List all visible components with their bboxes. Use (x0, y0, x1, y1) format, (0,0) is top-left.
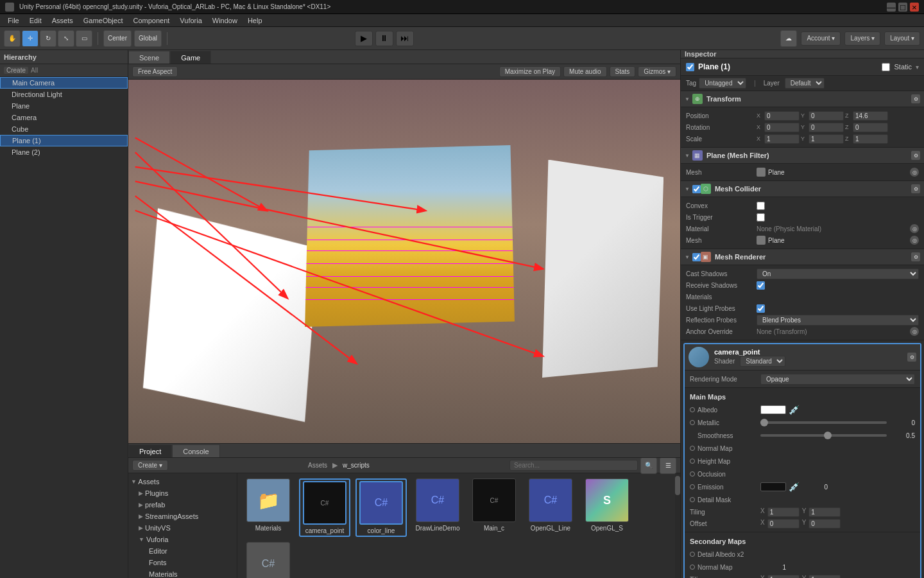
gizmos-button[interactable]: Gizmos ▾ (638, 66, 676, 77)
tiling-y[interactable] (809, 507, 841, 517)
layers-button[interactable]: Layers ▾ (844, 31, 880, 46)
step-button[interactable]: ⏭ (396, 31, 414, 46)
hierarchy-item-directional-light[interactable]: Directional Light (0, 89, 128, 100)
menu-window[interactable]: Window (207, 15, 243, 26)
albedo-swatch[interactable] (760, 405, 786, 414)
hierarchy-item-cube[interactable]: Cube (0, 123, 128, 135)
asset-main-c[interactable]: C# Main_c (468, 478, 520, 537)
rotate-tool[interactable]: ↻ (40, 30, 56, 47)
create-button[interactable]: Create (4, 67, 28, 74)
metallic-slider[interactable] (760, 421, 887, 424)
mf-settings[interactable]: ⚙ (911, 151, 920, 160)
folder-prefab[interactable]: ▶ prefab (128, 499, 237, 511)
mesh-picker[interactable]: ◎ (910, 168, 919, 177)
asset-color-line[interactable]: C# color_line (355, 478, 407, 537)
mc-mesh-picker[interactable]: ◎ (910, 236, 919, 245)
smoothness-thumb[interactable] (824, 432, 832, 439)
emission-swatch[interactable] (760, 482, 786, 491)
mute-audio[interactable]: Mute audio (563, 66, 606, 77)
game-tab[interactable]: Game (170, 51, 211, 64)
asset-opengl-line[interactable]: C# OpenGL_Line (525, 478, 576, 537)
folder-materials[interactable]: Materials (128, 568, 237, 578)
folder-vuforia[interactable]: ▼ Vuforia (128, 534, 237, 545)
mr-settings[interactable]: ⚙ (911, 252, 920, 261)
mesh-renderer-header[interactable]: ▼ ▣ Mesh Renderer ⚙ (681, 249, 924, 265)
cast-shadows-dropdown[interactable]: On (757, 268, 919, 279)
aspect-dropdown[interactable]: Free Aspect (132, 66, 178, 77)
is-trigger-checkbox[interactable] (757, 213, 765, 222)
tiling-x[interactable] (767, 507, 800, 517)
minimize-button[interactable]: — (887, 3, 896, 12)
stats-button[interactable]: Stats (610, 66, 636, 77)
hierarchy-item-main-camera[interactable]: Main Camera (0, 77, 128, 89)
sec-tiling-x[interactable] (767, 575, 800, 579)
mc-active[interactable] (692, 185, 701, 193)
tag-dropdown[interactable]: Untagged (699, 78, 746, 89)
play-button[interactable]: ▶ (355, 31, 373, 46)
pos-y-input[interactable] (809, 111, 844, 121)
assets-scrollbar[interactable] (675, 473, 680, 578)
close-button[interactable]: × (910, 3, 919, 12)
search-button[interactable]: 🔍 (640, 458, 657, 474)
scene-tab[interactable]: Scene (128, 51, 170, 64)
light-probes-checkbox[interactable] (757, 304, 765, 313)
layer-dropdown[interactable]: Default (785, 78, 825, 89)
project-create-button[interactable]: Create ▾ (132, 460, 168, 471)
rot-x-input[interactable] (764, 123, 800, 132)
reflection-probes-dropdown[interactable]: Blend Probes (757, 315, 919, 326)
folder-fonts[interactable]: Fonts (128, 557, 237, 568)
hand-tool[interactable]: ✋ (4, 30, 21, 47)
emission-eyedropper[interactable]: 💉 (789, 482, 800, 492)
hierarchy-item-plane[interactable]: Plane (0, 100, 128, 112)
offset-x[interactable] (767, 519, 800, 529)
project-search[interactable] (509, 460, 638, 471)
hierarchy-item-plane2[interactable]: Plane (2) (0, 146, 128, 158)
smoothness-slider[interactable] (760, 434, 887, 437)
cloud-button[interactable]: ☁ (780, 30, 797, 47)
scale-tool[interactable]: ⤡ (58, 30, 74, 47)
mesh-filter-header[interactable]: ▼ ▦ Plane (Mesh Filter) ⚙ (681, 148, 924, 164)
scale-y-input[interactable] (809, 134, 844, 144)
material-picker[interactable]: ◎ (910, 224, 919, 233)
menu-edit[interactable]: Edit (24, 15, 47, 26)
offset-y[interactable] (809, 519, 841, 529)
metallic-thumb[interactable] (760, 419, 768, 426)
folder-assets[interactable]: ▼ Assets (128, 476, 237, 487)
scrollbar-thumb[interactable] (675, 476, 680, 495)
folder-unityvs[interactable]: ▶ UnityVS (128, 522, 237, 534)
menu-gameobject[interactable]: GameObject (78, 15, 128, 26)
maximize-on-play[interactable]: Maximize on Play (499, 66, 561, 77)
console-tab[interactable]: Console (172, 444, 219, 457)
mesh-collider-header[interactable]: ▼ ⬡ Mesh Collider ⚙ (681, 181, 924, 197)
static-checkbox[interactable] (882, 63, 890, 71)
asset-opengl-s[interactable]: S OpenGL_S (581, 478, 633, 537)
asset-draw-line[interactable]: C# DrawLineDemo (412, 478, 463, 537)
hierarchy-item-plane1[interactable]: Plane (1) (0, 135, 128, 146)
hierarchy-item-camera[interactable]: Camera (0, 112, 128, 123)
folder-editor[interactable]: Editor (128, 545, 237, 557)
project-tab[interactable]: Project (128, 444, 172, 457)
pause-button[interactable]: ⏸ (375, 31, 393, 46)
menu-help[interactable]: Help (243, 15, 268, 26)
mr-active[interactable] (692, 253, 701, 261)
asset-wscripts-cs[interactable]: C# w_scripts (243, 542, 294, 578)
sec-tiling-y[interactable] (809, 575, 841, 579)
transform-component-header[interactable]: ▼ ⊕ Transform ⚙ (681, 91, 924, 107)
rot-z-input[interactable] (853, 123, 888, 132)
anchor-picker[interactable]: ◎ (910, 327, 919, 336)
scale-x-input[interactable] (764, 134, 800, 144)
shader-dropdown[interactable]: Standard (740, 356, 785, 367)
rendering-mode-dropdown[interactable]: Opaque (760, 374, 915, 385)
pos-x-input[interactable] (764, 111, 800, 121)
receive-shadows-checkbox[interactable] (757, 281, 765, 290)
pos-z-input[interactable] (853, 111, 888, 121)
move-tool[interactable]: ✛ (22, 30, 38, 47)
mc-settings[interactable]: ⚙ (911, 184, 920, 193)
menu-component[interactable]: Component (128, 15, 175, 26)
component-settings[interactable]: ⚙ (911, 94, 920, 103)
view-toggle[interactable]: ☰ (660, 458, 676, 474)
asset-materials-folder[interactable]: 📁 Materials (243, 478, 294, 537)
convex-checkbox[interactable] (757, 202, 765, 210)
folder-plugins[interactable]: ▶ Plugins (128, 487, 237, 499)
rect-tool[interactable]: ▭ (76, 30, 92, 47)
